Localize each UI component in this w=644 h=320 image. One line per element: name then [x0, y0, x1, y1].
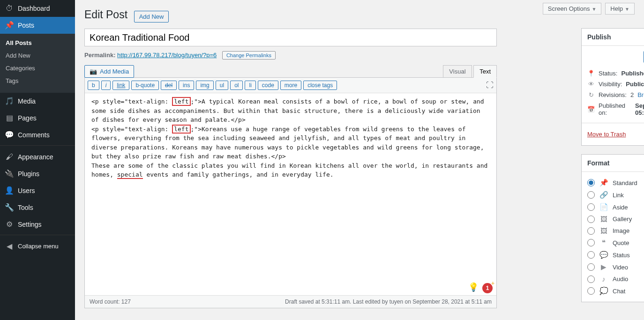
format-label: Chat	[613, 288, 625, 295]
posts-submenu: All Posts Add New Categories Tags	[0, 34, 75, 93]
format-label: Link	[613, 192, 624, 199]
menu-pages[interactable]: ▤Pages	[0, 110, 75, 127]
format-option-audio[interactable]: ♪Audio	[587, 273, 644, 285]
format-icon: ▶	[599, 263, 608, 271]
format-radio[interactable]	[587, 275, 595, 283]
fullscreen-icon[interactable]: ⛶	[486, 81, 494, 89]
menu-media[interactable]: 🎵Media	[0, 93, 75, 110]
format-option-chat[interactable]: 💭Chat	[587, 285, 644, 297]
format-label: Video	[613, 264, 628, 271]
menu-settings[interactable]: ⚙Settings	[0, 216, 75, 233]
publish-box: Publish˄˅▴ Preview Changes 📍Status: Publ…	[581, 28, 644, 146]
menu-comments[interactable]: 💬Comments	[0, 127, 75, 143]
change-permalinks-button[interactable]: Change Permalinks	[222, 51, 276, 60]
main-content: Screen Options▼ Help▼ Edit Post Add New …	[75, 0, 644, 320]
highlight-left-1: left	[172, 97, 190, 106]
format-box: Format˄˅▴ 📌Standard🔗Link📄Aside🖼Gallery🖼I…	[581, 154, 644, 302]
qt-li[interactable]: li	[245, 81, 255, 90]
format-icon: 💭	[599, 287, 608, 295]
format-radio[interactable]	[587, 191, 595, 199]
page-title: Edit Post	[84, 0, 127, 23]
camera-icon: 📷	[90, 68, 97, 75]
screen-options-button[interactable]: Screen Options▼	[543, 3, 602, 15]
menu-dashboard[interactable]: ⏱Dashboard	[0, 0, 75, 17]
calendar-icon: 📅	[587, 106, 595, 113]
menu-tools[interactable]: 🔧Tools	[0, 199, 75, 216]
format-icon: 📌	[599, 179, 608, 187]
format-radio[interactable]	[587, 227, 595, 235]
format-option-gallery[interactable]: 🖼Gallery	[587, 213, 644, 225]
qt-code[interactable]: code	[258, 81, 278, 90]
move-to-trash-link[interactable]: Move to Trash	[587, 131, 626, 138]
post-title-input[interactable]	[84, 29, 497, 46]
media-icon: 🎵	[5, 97, 14, 106]
highlight-left-2: left	[172, 125, 190, 134]
format-radio[interactable]	[587, 251, 595, 259]
qt-link[interactable]: link	[112, 81, 129, 90]
format-option-link[interactable]: 🔗Link	[587, 189, 644, 201]
qt-ul[interactable]: ul	[216, 81, 228, 90]
lightbulb-icon[interactable]: 💡	[468, 282, 479, 292]
format-option-image[interactable]: 🖼Image	[587, 225, 644, 237]
add-new-button[interactable]: Add New	[134, 11, 169, 22]
format-radio[interactable]	[587, 179, 595, 186]
qt-del[interactable]: del	[161, 81, 177, 90]
format-label: Status	[613, 252, 630, 259]
submenu-categories[interactable]: Categories	[0, 62, 75, 74]
add-media-button[interactable]: 📷Add Media	[84, 65, 134, 78]
menu-posts[interactable]: 📌Posts	[0, 17, 75, 34]
editor-wrap: b i link b-quote del ins img ul ol li co…	[84, 77, 497, 308]
format-radio[interactable]	[587, 263, 595, 271]
browse-revisions-link[interactable]: Browse	[637, 91, 644, 98]
format-icon: 💬	[599, 251, 608, 259]
qt-italic[interactable]: i	[101, 81, 111, 90]
format-radio[interactable]	[587, 287, 595, 295]
qt-bold[interactable]: b	[88, 81, 99, 90]
format-icon: ♪	[599, 275, 608, 283]
pin-icon: 📌	[5, 21, 14, 30]
permalink-row: Permalink: http://167.99.78.217/blog/tuy…	[84, 51, 635, 60]
format-option-quote[interactable]: ❝Quote	[587, 237, 644, 249]
submenu-add-new[interactable]: Add New	[0, 49, 75, 62]
content-textarea[interactable]: <p style="text-align: left;">A typical K…	[85, 93, 496, 280]
menu-plugins[interactable]: 🔌Plugins	[0, 165, 75, 182]
format-radio[interactable]	[587, 203, 595, 211]
quicktags-toolbar: b i link b-quote del ins img ul ol li co…	[85, 78, 496, 93]
format-radio[interactable]	[587, 216, 595, 223]
qt-img[interactable]: img	[196, 81, 213, 90]
format-option-video[interactable]: ▶Video	[587, 261, 644, 273]
format-option-aside[interactable]: 📄Aside	[587, 201, 644, 213]
spellcheck-word: special	[117, 171, 143, 179]
format-label: Standard	[613, 179, 637, 186]
qt-ol[interactable]: ol	[230, 81, 243, 90]
format-label: Audio	[613, 275, 628, 283]
menu-separator	[0, 233, 75, 235]
pages-icon: ▤	[5, 113, 14, 123]
right-sidebar: Publish˄˅▴ Preview Changes 📍Status: Publ…	[581, 28, 644, 311]
comments-icon: 💬	[5, 130, 14, 140]
qt-ins[interactable]: ins	[179, 81, 194, 90]
text-tab[interactable]: Text	[473, 65, 497, 78]
users-icon: 👤	[5, 186, 14, 195]
format-option-status[interactable]: 💬Status	[587, 249, 644, 261]
submenu-tags[interactable]: Tags	[0, 74, 75, 87]
submenu-all-posts[interactable]: All Posts	[0, 37, 75, 49]
format-icon: 🖼	[599, 227, 608, 235]
visual-tab[interactable]: Visual	[443, 65, 472, 78]
appearance-icon: 🖌	[5, 152, 14, 162]
menu-appearance[interactable]: 🖌Appearance	[0, 149, 75, 165]
chevron-down-icon: ▼	[592, 7, 596, 12]
qt-more[interactable]: more	[280, 81, 301, 90]
qt-bquote[interactable]: b-quote	[131, 81, 159, 90]
help-button[interactable]: Help▼	[605, 3, 635, 15]
menu-collapse[interactable]: ◀Collapse menu	[0, 238, 75, 255]
notification-badge[interactable]: 1	[482, 283, 493, 293]
editor-status-bar: Word count: 127 Draft saved at 5:31:11 a…	[85, 295, 496, 308]
format-label: Gallery	[613, 216, 632, 223]
permalink-link[interactable]: http://167.99.78.217/blog/tuyen/?p=6	[117, 52, 217, 59]
qt-closetags[interactable]: close tags	[303, 81, 337, 90]
format-label: Image	[613, 227, 629, 234]
menu-users[interactable]: 👤Users	[0, 182, 75, 199]
format-radio[interactable]	[587, 239, 595, 246]
format-option-standard[interactable]: 📌Standard	[587, 177, 644, 189]
